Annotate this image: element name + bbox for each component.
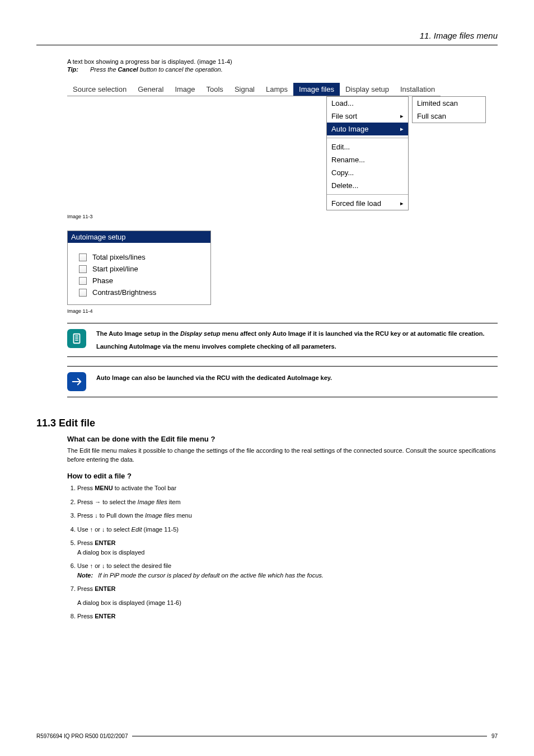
note1-p1: The Auto Image setup in the Display setu… bbox=[96, 329, 485, 339]
page-footer: R5976694 IQ PRO R500 01/02/2007 97 bbox=[36, 733, 498, 739]
dropdown-load[interactable]: Load... bbox=[327, 97, 408, 110]
dropdown-delete[interactable]: Delete... bbox=[327, 179, 408, 192]
step-4: Use ↑ or ↓ to select Edit (image 11-5) bbox=[77, 525, 498, 534]
submenu-full-scan[interactable]: Full scan bbox=[413, 110, 485, 123]
step-1: Press MENU to activate the Tool bar bbox=[77, 483, 498, 493]
tip-line: Tip: Press the Cancel button to cancel t… bbox=[67, 66, 498, 73]
dropdown-edit[interactable]: Edit... bbox=[327, 140, 408, 153]
menu-display-setup[interactable]: Display setup bbox=[340, 83, 395, 96]
section-heading: 11.3 Edit file bbox=[36, 417, 498, 429]
note1-p2: Launching AutoImage via the menu involve… bbox=[96, 342, 485, 351]
submenu-limited-scan[interactable]: Limited scan bbox=[413, 97, 485, 110]
step-8: Press ENTER bbox=[77, 612, 498, 621]
submenu-auto-image: Limited scan Full scan bbox=[412, 96, 486, 123]
dropdown-auto-image[interactable]: Auto Image bbox=[327, 123, 408, 135]
label-phase: Phase bbox=[92, 276, 113, 285]
dropdown-forced-file-load[interactable]: Forced file load bbox=[327, 197, 408, 210]
caption-image-11-4: Image 11-4 bbox=[67, 308, 498, 314]
footer-page-number: 97 bbox=[491, 733, 498, 739]
menu-installation[interactable]: Installation bbox=[395, 83, 441, 96]
label-total-pixels: Total pixels/lines bbox=[92, 253, 146, 261]
checkbox-phase[interactable] bbox=[79, 277, 87, 285]
subheading-what: What can be done with the Edit file menu… bbox=[67, 435, 498, 443]
label-contrast-brightness: Contrast/Brightness bbox=[92, 288, 156, 297]
dropdown-file-sort[interactable]: File sort bbox=[327, 110, 408, 123]
step-5: Press ENTERA dialog box is displayed bbox=[77, 538, 498, 557]
breadcrumb: 11. Image files menu bbox=[36, 31, 498, 40]
menu-general[interactable]: General bbox=[132, 83, 169, 96]
dropdown-rename[interactable]: Rename... bbox=[327, 153, 408, 166]
checkbox-start-pixel[interactable] bbox=[79, 265, 87, 273]
step-2: Press → to select the Image files item bbox=[77, 497, 498, 507]
step-7: Press ENTER A dialog box is displayed (i… bbox=[77, 584, 498, 607]
note-box-2: Auto Image can also be launched via the … bbox=[67, 366, 498, 397]
subheading-how: How to edit a file ? bbox=[67, 472, 498, 480]
step-6: Use ↑ or ↓ to select the desired file No… bbox=[77, 561, 498, 580]
tip-text: Press the Cancel button to cancel the op… bbox=[90, 66, 223, 73]
menu-image[interactable]: Image bbox=[169, 83, 200, 96]
menu-image-files[interactable]: Image files bbox=[293, 83, 340, 96]
note-icon bbox=[67, 329, 86, 348]
menu-lamps[interactable]: Lamps bbox=[260, 83, 293, 96]
hand-icon bbox=[67, 372, 86, 391]
note2-text: Auto Image can also be launched via the … bbox=[96, 372, 332, 383]
autoimage-setup-box: Autoimage setup Total pixels/lines Start… bbox=[67, 231, 211, 305]
step-3: Press ↓ to Pull down the Image files men… bbox=[77, 511, 498, 520]
screenshot-menubar: Source selection General Image Tools Sig… bbox=[67, 83, 498, 210]
body-what: The Edit file menu makes it possible to … bbox=[67, 447, 498, 464]
dropdown-copy[interactable]: Copy... bbox=[327, 166, 408, 179]
autoimage-title: Autoimage setup bbox=[68, 231, 210, 243]
intro-line: A text box showing a progress bar is dis… bbox=[67, 58, 498, 66]
checkbox-contrast-brightness[interactable] bbox=[79, 289, 87, 297]
footer-left: R5976694 IQ PRO R500 01/02/2007 bbox=[36, 733, 128, 739]
menu-tools[interactable]: Tools bbox=[201, 83, 229, 96]
checkbox-total-pixels[interactable] bbox=[79, 253, 87, 261]
caption-image-11-3: Image 11-3 bbox=[67, 214, 498, 219]
label-start-pixel: Start pixel/line bbox=[92, 265, 138, 273]
tip-label: Tip: bbox=[67, 66, 78, 73]
dropdown-image-files: Load... File sort Auto Image Edit... Ren… bbox=[326, 96, 409, 210]
steps-list: Press MENU to activate the Tool bar Pres… bbox=[67, 483, 498, 621]
menu-source-selection[interactable]: Source selection bbox=[67, 83, 132, 96]
header-rule bbox=[36, 45, 498, 45]
note-box-1: The Auto Image setup in the Display setu… bbox=[67, 323, 498, 357]
menu-signal[interactable]: Signal bbox=[229, 83, 260, 96]
